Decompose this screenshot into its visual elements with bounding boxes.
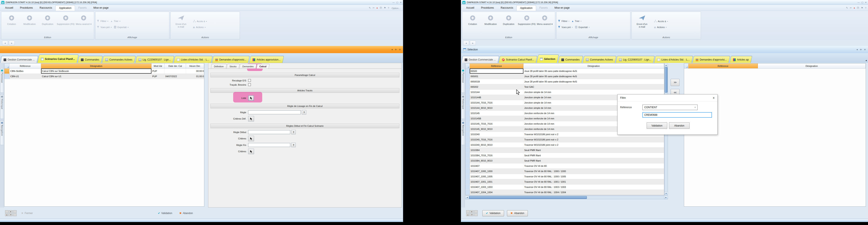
export-button[interactable]: Exportati▾ xyxy=(114,26,128,29)
document-control-icon[interactable]: ✕ xyxy=(864,48,866,51)
document-tab[interactable]: Articles approvision... xyxy=(249,56,284,63)
row-selector[interactable] xyxy=(465,158,470,163)
cell-reference[interactable]: 1010144_9010_9010 xyxy=(470,106,523,111)
form-tab[interactable]: Stocks xyxy=(226,64,240,68)
cell-designation[interactable]: Traverse OV HI de 80 RAL : 1004 / 1004 xyxy=(523,190,664,195)
ribbon-button[interactable]: Menu avancé ▾ xyxy=(74,13,93,36)
scrollbar-thumb[interactable] xyxy=(665,67,668,92)
scroll-up-icon[interactable]: ▲ xyxy=(664,63,668,67)
horizontal-scrollbar[interactable]: ◄ ► xyxy=(465,196,668,199)
document-tab[interactable]: Scénarios Calcul Planif... xyxy=(37,55,79,63)
table-row[interactable]: 1010407_1005_1005 Traverse OV HI de 80 R… xyxy=(465,195,664,195)
table-row[interactable]: 1010407_1000_1000 Traverse OV HI de 80 R… xyxy=(465,169,664,174)
ribbon-button[interactable]: Duplication xyxy=(500,13,518,36)
ribbon-button[interactable]: Création xyxy=(464,13,482,36)
table-row[interactable]: 1010407_1004_1004 Traverse OV HI de 80 R… xyxy=(465,190,664,195)
toolbar-icon[interactable]: ● xyxy=(376,7,378,9)
row-selector[interactable] xyxy=(465,132,470,137)
titlebar[interactable]: DIAPASON START 4.16.10 [isia] [E] [DEVEL… xyxy=(461,0,868,5)
toolbar-icon[interactable]: ● xyxy=(854,7,855,9)
operator-select[interactable]: CONTIENT ˅ xyxy=(643,105,698,110)
toolbar-icon[interactable]: ✎ xyxy=(369,6,371,9)
cell-reference[interactable]: 1010407_1003_1003 xyxy=(470,185,523,190)
preset-views-button[interactable]: Vues pré▾ xyxy=(97,26,112,29)
cell-reference[interactable]: 1010144B xyxy=(470,95,523,100)
document-tab[interactable]: Lig. C220600107 : Lign... xyxy=(616,56,655,63)
document-control-icon[interactable]: ✕ xyxy=(399,48,401,51)
table-row[interactable]: 1010384_9010_9010 Seuil PMR filant xyxy=(465,158,664,163)
regle-debut-help-button[interactable]: ? xyxy=(291,130,296,134)
cell-designation[interactable]: Traverse OV HI de 80 RAL : 1001 / 1001 xyxy=(523,179,664,184)
cell-designation[interactable]: Traverse OV HI de 80 xyxy=(523,163,664,168)
access-to-button[interactable]: Accès à▾ xyxy=(654,20,700,23)
window-control-icon[interactable]: ✕ xyxy=(400,1,402,4)
cell-heure[interactable]: 00:00:0 xyxy=(186,68,204,74)
table-row[interactable]: 065001B Joue 28 profil talon 95 sans pat… xyxy=(465,79,664,84)
document-tab[interactable]: Gestion Commerciale ... xyxy=(0,56,38,63)
ribbon-tab[interactable]: Favoris xyxy=(75,5,90,11)
liste-picker-button[interactable] xyxy=(248,95,254,101)
side-panel-tab[interactable]: Panneaux xyxy=(0,68,4,93)
column-header-sorted[interactable]: Référence xyxy=(688,63,758,68)
record-nav-button[interactable]: ▼ xyxy=(470,214,474,216)
sort-button[interactable]: ▲Trier▾ xyxy=(571,20,581,22)
cell-reference[interactable]: 1010240 xyxy=(470,132,523,137)
regle-debut-input[interactable] xyxy=(248,130,290,134)
abandon-button[interactable]: ✖Abandon xyxy=(180,212,193,215)
row-selector[interactable] xyxy=(465,84,470,89)
row-selector[interactable] xyxy=(465,163,470,168)
cell-designation[interactable]: Seuil PMR filant xyxy=(523,153,664,158)
cell-designation[interactable]: Joue 28 profil talon 95 sans patte dodéc… xyxy=(523,74,664,79)
forward-button[interactable]: ► xyxy=(9,41,15,45)
regle-fin-input[interactable] xyxy=(248,143,290,147)
table-row[interactable]: 065001 Joue 28 profil talon 95 sans patt… xyxy=(465,74,664,79)
cell-reference[interactable]: 1010145_7016_7016 xyxy=(470,121,523,126)
window-control-icon[interactable]: — xyxy=(393,1,395,4)
ribbon-tab[interactable]: Mise en page xyxy=(90,5,112,11)
cell-date[interactable] xyxy=(164,68,186,74)
record-nav-button[interactable] xyxy=(5,210,9,213)
access-to-button[interactable]: Accès à▾ xyxy=(193,20,239,23)
regle-fin-help-button[interactable]: ? xyxy=(291,143,296,147)
validation-button[interactable]: ✔Validation xyxy=(482,210,504,216)
side-panel-tab[interactable]: Navigation xyxy=(461,121,465,145)
document-tab[interactable]: Commandes xyxy=(558,56,583,63)
document-tab[interactable]: Commandes Actives xyxy=(582,56,617,63)
document-tab[interactable]: Commandes Actives xyxy=(102,56,136,63)
validation-button[interactable]: Validation xyxy=(647,122,667,129)
cell-modval[interactable]: PUP xyxy=(151,68,164,74)
row-selector[interactable] xyxy=(465,137,470,142)
record-nav-button[interactable]: ► xyxy=(470,210,474,213)
column-header-sorted[interactable]: Désignation xyxy=(41,63,151,68)
side-panel-tab[interactable]: Historique xyxy=(0,94,4,119)
ribbon-tab[interactable]: Accueil xyxy=(2,5,17,11)
row-selector[interactable] xyxy=(465,195,470,195)
cell-heure[interactable]: 01:00:0 xyxy=(186,74,204,79)
row-selector[interactable] xyxy=(465,169,470,174)
ribbon-tab[interactable]: Procédures xyxy=(478,5,497,11)
cell-designation[interactable]: Traverse W1010186 joint noir x 2 xyxy=(523,137,664,142)
cell-reference[interactable]: 1010145_9010_9010 xyxy=(470,126,523,132)
column-header[interactable]: Désignation xyxy=(523,63,664,68)
select-all-corner[interactable] xyxy=(4,63,9,68)
column-header[interactable]: Mod.Val xyxy=(151,63,164,68)
record-nav-button[interactable] xyxy=(13,214,17,216)
ribbon-button[interactable]: Modification xyxy=(21,13,39,36)
select-all-corner[interactable] xyxy=(465,63,470,68)
option-label[interactable]: Option... xyxy=(389,7,401,11)
row-selector[interactable] xyxy=(465,174,470,179)
ribbon-button[interactable]: Suppression (F6) xyxy=(518,13,536,36)
cell-reference[interactable]: 1010407_1000_1005 xyxy=(470,174,523,179)
validation-button[interactable]: ✔Validation xyxy=(158,212,172,215)
side-panel-tab[interactable]: Historique xyxy=(461,94,465,119)
preset-views-button[interactable]: Vues pré▾ xyxy=(558,26,573,29)
cell-designation[interactable]: Calcul CBN sur StoBesoin xyxy=(41,68,151,74)
back-button[interactable]: ◄ xyxy=(2,41,8,45)
column-header[interactable]: Heure Der. xyxy=(186,63,204,68)
export-button[interactable]: Exportati▾ xyxy=(575,26,590,29)
cell-designation[interactable]: Seuil PMR filant xyxy=(523,148,664,153)
fermer-button[interactable]: ✕Fermer xyxy=(21,212,33,215)
row-selector[interactable] xyxy=(4,68,9,74)
ribbon-tab[interactable]: Application xyxy=(517,5,536,11)
table-row[interactable]: 1010240_9010_9010 Traverse W1010186 join… xyxy=(465,142,664,148)
